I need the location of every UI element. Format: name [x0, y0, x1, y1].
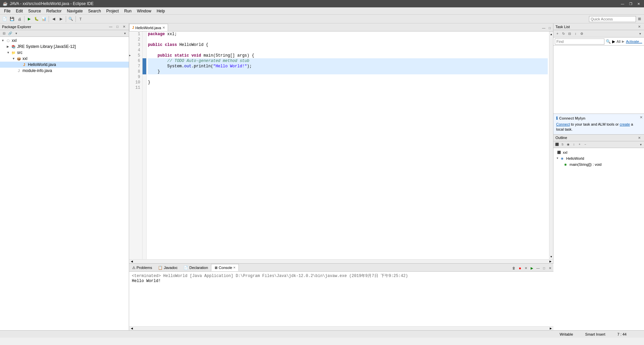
toolbar-layout-button[interactable]: ⊞ — [636, 16, 643, 22]
outline-hide-static[interactable]: S — [560, 142, 565, 147]
mylyn-close-btn[interactable]: ✕ — [640, 115, 643, 120]
console-scroll-right[interactable]: ▶ — [548, 327, 553, 330]
menu-source[interactable]: Source — [25, 8, 44, 14]
console-clear[interactable]: 🗑 — [511, 265, 517, 271]
task-find-input[interactable] — [555, 39, 604, 45]
console-stop[interactable]: ■ — [517, 265, 523, 271]
menu-project[interactable]: Project — [104, 8, 121, 14]
outline-item-main[interactable]: ◉ main(String[]) : void — [553, 161, 644, 167]
tab-close-icon[interactable]: ✕ — [162, 26, 165, 29]
menubar: File Edit Source Refactor Navigate Searc… — [0, 7, 644, 15]
task-all-btn[interactable]: All — [616, 40, 621, 44]
bottom-panel: ⚠ Problems 📋 Javadoc 📄 Declaration 🖥 Con… — [129, 263, 553, 330]
tab-console[interactable]: 🖥 Console ✕ — [211, 264, 239, 271]
editor-vscroll[interactable]: ▲ ▼ — [549, 31, 553, 259]
task-list-title: Task List — [555, 25, 635, 29]
task-activate-btn[interactable]: Activate... — [626, 40, 642, 44]
tl-settings[interactable]: ⚙ — [579, 31, 584, 37]
scroll-up[interactable]: ▲ — [549, 31, 553, 37]
task-list-header: Task List ✕ — [553, 23, 644, 30]
outline-collapse[interactable]: − — [583, 142, 588, 147]
console-hscroll[interactable]: ◀ ▶ — [129, 326, 553, 330]
tree-item-src[interactable]: ▼ 📁 src — [0, 50, 129, 56]
tab-javadoc[interactable]: 📋 Javadoc — [155, 264, 180, 271]
back-button[interactable]: ◀ — [50, 16, 57, 22]
outline-viewmenu[interactable]: ▾ — [638, 142, 643, 147]
save-button[interactable]: 💾 — [9, 16, 15, 22]
menu-help[interactable]: Help — [154, 8, 168, 14]
close-button[interactable]: ✕ — [636, 1, 641, 6]
debug-button[interactable]: 🐛 — [33, 16, 40, 22]
java-file-icon: J — [21, 62, 27, 67]
menu-search[interactable]: Search — [86, 8, 104, 14]
tree-item-moduleinfo[interactable]: J module-info.java — [0, 68, 129, 74]
outline-item-helloworld[interactable]: ▼ ◉ HelloWorld — [553, 155, 644, 161]
menu-run[interactable]: Run — [121, 8, 134, 14]
tasklist-close[interactable]: ✕ — [637, 24, 642, 29]
scroll-down[interactable]: ▼ — [549, 254, 553, 259]
pe-view-menu[interactable]: ▾ — [122, 31, 127, 36]
print-button[interactable]: 🖨 — [16, 16, 23, 22]
kw-package: package — [148, 31, 165, 37]
tl-refresh[interactable]: ↻ — [561, 31, 566, 37]
tree-item-helloworld[interactable]: J HelloWorld.java — [0, 62, 129, 68]
quick-access-input[interactable] — [589, 16, 636, 22]
pe-link[interactable]: 🔗 — [7, 31, 13, 36]
tl-new[interactable]: + — [555, 31, 560, 37]
outline-item-xxl[interactable]: ⬛ xxl — [553, 149, 644, 155]
scroll-right[interactable]: ▶ — [548, 260, 553, 263]
run-button[interactable]: ▶ — [26, 16, 33, 22]
console-terminate[interactable]: ✕ — [523, 265, 529, 271]
console-minimize[interactable]: — — [535, 265, 541, 271]
menu-file[interactable]: File — [1, 8, 13, 14]
console-close[interactable]: ✕ — [233, 266, 236, 269]
open-type-button[interactable]: T — [77, 16, 84, 22]
outline-hide-nonpublic[interactable]: ◉ — [566, 142, 571, 147]
class-outline-icon: ◉ — [559, 156, 565, 161]
pe-settings[interactable]: ▾ — [13, 31, 19, 36]
mylyn-title: Connect Mylyn — [559, 116, 585, 120]
package-explorer-minimize[interactable]: — — [108, 24, 113, 29]
tab-declaration[interactable]: 📄 Declaration — [180, 264, 211, 271]
package-explorer-maximize[interactable]: □ — [115, 24, 120, 29]
tab-java-icon: J — [132, 26, 134, 29]
scroll-left[interactable]: ◀ — [129, 260, 135, 263]
menu-edit[interactable]: Edit — [13, 8, 25, 14]
coverage-button[interactable]: 📊 — [41, 16, 47, 22]
editor-minimize[interactable]: — — [541, 25, 546, 30]
mylyn-connect-link[interactable]: Connect — [556, 122, 570, 126]
outline-close[interactable]: ✕ — [637, 135, 642, 140]
package-explorer-close[interactable]: ✕ — [121, 24, 127, 29]
console-run[interactable]: ▶ — [529, 265, 535, 271]
tl-viewmenu[interactable]: ▾ — [637, 31, 643, 37]
tree-item-xxl[interactable]: ▼ ⬡ xxl — [0, 38, 129, 44]
code-area[interactable]: package xxl; public class HelloWorld { — [147, 31, 549, 259]
tab-problems[interactable]: ⚠ Problems — [129, 264, 155, 271]
editor-tab-helloworld[interactable]: J HelloWorld.java ✕ — [129, 24, 168, 31]
forward-button[interactable]: ▶ — [58, 16, 64, 22]
mylyn-create-link[interactable]: create — [620, 122, 630, 126]
tl-sort[interactable]: ↕ — [573, 31, 578, 37]
outline-hide-fields[interactable]: ⬛ — [554, 142, 559, 147]
console-scroll-left[interactable]: ◀ — [129, 327, 135, 330]
titlebar: ☕ JAVA - xxl/src/xxl/HelloWorld.java - E… — [0, 0, 644, 7]
minimize-button[interactable]: — — [620, 1, 625, 6]
outline-content: ⬛ xxl ▼ ◉ HelloWorld ◉ main(String[]) : … — [553, 148, 644, 330]
editor-maximize[interactable]: □ — [547, 25, 552, 30]
menu-window[interactable]: Window — [134, 8, 154, 14]
console-close-btn[interactable]: ✕ — [547, 265, 553, 271]
tl-filter[interactable]: ⊟ — [567, 31, 572, 37]
menu-navigate[interactable]: Navigate — [64, 8, 85, 14]
new-button[interactable]: 📄 — [1, 16, 8, 22]
tree-item-xxl-pkg[interactable]: ▼ 📦 xxl — [0, 56, 129, 62]
menu-refactor[interactable]: Refactor — [44, 8, 64, 14]
search-button[interactable]: 🔍 — [67, 16, 74, 22]
console-maximize[interactable]: □ — [541, 265, 547, 271]
editor-hscroll[interactable]: ◀ ▶ — [129, 259, 553, 263]
outline-label-xxl: xxl — [563, 150, 567, 154]
restore-button[interactable]: ❐ — [628, 1, 633, 6]
outline-expand[interactable]: + — [577, 142, 582, 147]
tree-item-jre[interactable]: ▶ 📚 JRE System Library [JavaSE-12] — [0, 44, 129, 50]
outline-sort[interactable]: ↕ — [571, 142, 577, 147]
pe-collapse-all[interactable]: ⊟ — [1, 31, 7, 36]
